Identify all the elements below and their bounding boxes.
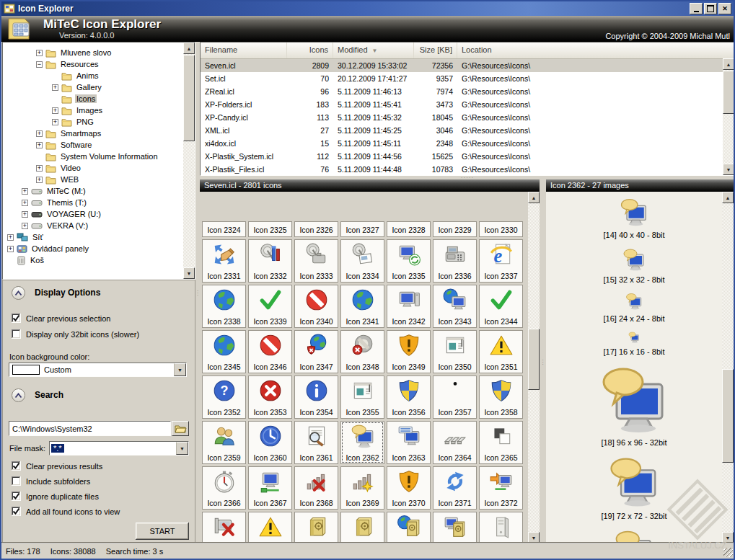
icon-cell-icon-2332[interactable]: Icon 2332 [248, 239, 292, 283]
tree-scrollbar[interactable]: ▲▼ [183, 43, 195, 279]
expand-toggle[interactable]: + [22, 211, 28, 218]
tree-item-system-volume-information[interactable]: System Volume Information [3, 151, 195, 162]
icon-cell-icon-2368[interactable]: Icon 2368 [294, 466, 338, 510]
checkbox-box[interactable] [12, 461, 21, 471]
icon-cell-icon-2378[interactable]: Icon 2378 [433, 512, 477, 543]
table-row[interactable]: X-Plastik_System.icl1125.11.2009 11:44:5… [201, 150, 734, 163]
expand-toggle[interactable]: + [36, 177, 43, 183]
icon-cell-icon-2352[interactable]: ?Icon 2352 [202, 375, 246, 419]
icon-cell-icon-2364[interactable]: Icon 2364 [433, 421, 477, 464]
scroll-thumb[interactable] [528, 329, 540, 390]
icon-cell-icon-2335[interactable]: Icon 2335 [387, 239, 431, 283]
icon-cell-icon-2346[interactable]: Icon 2346 [248, 330, 292, 373]
scroll-down-button[interactable]: ▼ [183, 267, 195, 279]
file-mask-combo[interactable]: *.* ▼ [49, 441, 189, 455]
icon-cell-icon-2342[interactable]: Icon 2342 [387, 285, 431, 328]
checkbox-box[interactable] [12, 492, 21, 501]
preview-item[interactable]: [18] 96 x 96 - 32bit [546, 365, 722, 447]
tree-item-anims[interactable]: Anims [3, 70, 195, 81]
icon-cell-icon-2338[interactable]: Icon 2338 [202, 285, 246, 328]
tree-item-ko-[interactable]: Koš [3, 254, 195, 266]
icon-cell-icon-2377[interactable]: Icon 2377 [387, 512, 431, 543]
tree-item-software[interactable]: +Software [3, 139, 195, 151]
preview-item[interactable] [546, 529, 722, 543]
scroll-thumb[interactable] [722, 369, 734, 463]
tree-item-icons[interactable]: Icons [3, 93, 195, 105]
icon-cell-icon-2363[interactable]: Icon 2363 [387, 421, 431, 464]
tree-item-gallery[interactable]: +Gallery [3, 81, 195, 93]
bg-color-combo[interactable]: Custom ▼ [9, 363, 187, 377]
display-options-collapse-button[interactable] [12, 286, 25, 300]
start-button[interactable]: START [136, 523, 189, 540]
icon-cell-partial[interactable]: Icon 2329 [433, 221, 477, 237]
close-button[interactable]: ✕ [718, 3, 731, 14]
search-path-input[interactable]: C:\Windows\System32 [9, 421, 171, 436]
icon-cell-icon-2369[interactable]: Icon 2369 [340, 466, 384, 510]
preview-item[interactable]: [14] 40 x 40 - 8bit [546, 197, 722, 239]
icon-cell-icon-2349[interactable]: Icon 2349 [387, 330, 431, 373]
scroll-up-button[interactable]: ▲ [528, 192, 540, 203]
column-header-filename[interactable]: Filename [201, 43, 287, 58]
tree-item-video[interactable]: +Video [3, 162, 195, 174]
table-row[interactable]: ZReal.icl965.11.2009 11:46:137974G:\Reso… [201, 85, 734, 98]
tree-item-png[interactable]: +PNG [3, 116, 195, 128]
search-collapse-button[interactable] [12, 388, 25, 402]
icon-cell-icon-2354[interactable]: Icon 2354 [294, 375, 338, 419]
tree-item-smartmaps[interactable]: +Smartmaps [3, 128, 195, 139]
tree-item-vekra-v-[interactable]: +VEKRA (V:) [3, 220, 195, 231]
browse-folder-button[interactable] [172, 421, 189, 436]
expand-toggle[interactable]: + [36, 165, 43, 172]
tree-item-resources[interactable]: −Resources [3, 58, 195, 70]
icon-cell-icon-2370[interactable]: Icon 2370 [387, 466, 431, 510]
preview-item[interactable]: [16] 24 x 24 - 8bit [546, 293, 722, 323]
icon-cell-icon-2375[interactable]: Icon 2375 [294, 512, 338, 543]
expand-toggle[interactable]: + [22, 223, 28, 229]
scroll-down-button[interactable]: ▼ [722, 532, 734, 543]
icon-cell-icon-2367[interactable]: Icon 2367 [248, 466, 292, 510]
expand-toggle[interactable]: + [7, 234, 14, 241]
table-row[interactable]: xi4dox.icl155.11.2009 11:45:112348G:\Res… [201, 137, 734, 150]
icon-cell-partial[interactable]: Icon 2324 [202, 221, 246, 237]
tree-item-themis-t-[interactable]: +Themis (T:) [3, 197, 195, 208]
icon-cell-icon-2372[interactable]: Icon 2372 [479, 466, 523, 510]
icon-cell-icon-2350[interactable]: Icon 2350 [433, 330, 477, 373]
checkbox-box[interactable] [12, 476, 21, 486]
preview-scrollbar[interactable]: ▲▼ [722, 192, 734, 543]
icon-cell-icon-2348[interactable]: Icon 2348 [340, 330, 384, 373]
checkbox-ignore-duplicate-files[interactable]: Ignore duplicate files [12, 492, 99, 501]
checkbox-add-all-found-icons-to-view[interactable]: Add all found icons to view [12, 507, 120, 516]
expand-toggle[interactable]: + [7, 246, 14, 252]
icon-cell-icon-2379[interactable]: Icon 2379 [479, 512, 523, 543]
tree-item-s-[interactable]: +Síť [3, 231, 195, 243]
icon-cell-icon-2334[interactable]: Icon 2334 [340, 239, 384, 283]
maximize-button[interactable] [704, 3, 717, 14]
icon-cell-icon-2339[interactable]: Icon 2339 [248, 285, 292, 328]
checkbox-display-only-32bit-icons-slower-[interactable]: Display only 32bit icons (slower) [12, 329, 139, 339]
icon-cell-icon-2337[interactable]: eIcon 2337 [479, 239, 523, 283]
table-row[interactable]: Set.icl7020.12.2009 17:41:279357G:\Resou… [201, 72, 734, 85]
scroll-down-button[interactable]: ▼ [723, 164, 734, 175]
chevron-down-icon[interactable]: ▼ [174, 363, 186, 376]
icon-cell-partial[interactable]: Icon 2326 [294, 221, 338, 237]
scroll-up-button[interactable]: ▲ [722, 192, 734, 203]
icon-cell-icon-2351[interactable]: Icon 2351 [479, 330, 523, 373]
chevron-down-icon[interactable]: ▼ [176, 442, 188, 455]
table-row[interactable]: Seven.icl280930.12.2009 15:33:0272356G:\… [201, 59, 734, 72]
expand-toggle[interactable]: + [52, 84, 58, 91]
icon-cell-icon-2341[interactable]: Icon 2341 [340, 285, 384, 328]
scroll-up-button[interactable]: ▲ [183, 43, 195, 54]
scroll-thumb[interactable] [723, 71, 734, 114]
icon-cell-partial[interactable]: Icon 2325 [248, 221, 292, 237]
icon-cell-icon-2353[interactable]: Icon 2353 [248, 375, 292, 419]
table-row[interactable]: XP-Folders.icl1835.11.2009 11:45:413473G… [201, 98, 734, 111]
tree-item-ovl-dac-panely[interactable]: +Ovládací panely [3, 243, 195, 254]
expand-toggle[interactable]: + [22, 188, 28, 195]
icon-cell-icon-2355[interactable]: Icon 2355 [340, 375, 384, 419]
checkbox-clear-previous-selection[interactable]: Clear previous selection [12, 314, 110, 323]
icon-cell-icon-2331[interactable]: Icon 2331 [202, 239, 246, 283]
column-header-modified[interactable]: Modified▼ [333, 43, 414, 58]
icon-cell-icon-2343[interactable]: Icon 2343 [433, 285, 477, 328]
icon-cell-icon-2347[interactable]: Icon 2347 [294, 330, 338, 373]
expand-toggle[interactable]: + [36, 50, 43, 56]
expand-toggle[interactable]: + [52, 107, 58, 114]
